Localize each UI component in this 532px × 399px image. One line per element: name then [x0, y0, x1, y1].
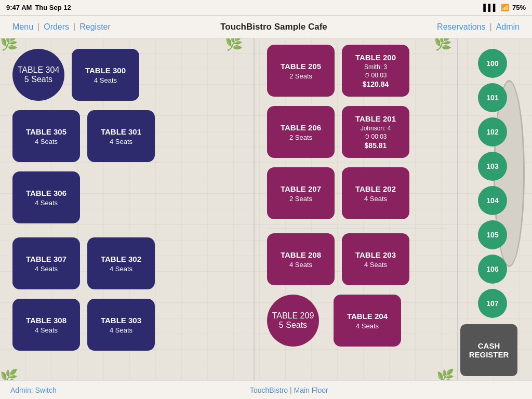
left-row-5: TABLE 308 4 Seats TABLE 303 4 Seats — [8, 299, 245, 351]
plant-rt: 🌿 — [434, 38, 452, 51]
table-305[interactable]: TABLE 305 4 Seats — [12, 110, 80, 162]
right-row-3: TABLE 207 2 Seats TABLE 202 4 Seats — [263, 167, 449, 219]
right-row-2: TABLE 206 2 Seats TABLE 201 Johnson: 4 0… — [263, 106, 449, 158]
right-row-5: TABLE 209 5 Seats TABLE 204 4 Seats — [263, 295, 449, 347]
nav-right: Reservations | Admin — [433, 22, 524, 32]
left-section: 🌿 🌿 TABLE 304 5 Seats TABLE 300 4 Seats … — [0, 38, 255, 380]
table-204[interactable]: TABLE 204 4 Seats — [334, 295, 401, 347]
table-201[interactable]: TABLE 201 Johnson: 4 00:03 $85.81 — [342, 106, 409, 158]
plant-tl: 🌿 — [0, 38, 18, 51]
floor-label: TouchBistro | Main Floor — [250, 386, 328, 394]
stool-101[interactable]: 101 — [478, 83, 507, 112]
wifi-icon: 📶 — [501, 4, 509, 11]
left-row-3: TABLE 306 4 Seats — [8, 171, 245, 223]
menu-link[interactable]: Menu — [8, 22, 37, 32]
table-200[interactable]: TABLE 200 Smith: 3 00:03 $120.84 — [342, 45, 409, 97]
table-307[interactable]: TABLE 307 4 Seats — [12, 237, 80, 289]
bottom-bar: Admin: Switch TouchBistro | Main Floor — [0, 380, 532, 399]
admin-switch[interactable]: Admin: Switch — [10, 386, 57, 394]
stool-105[interactable]: 105 — [478, 220, 507, 249]
time: 9:47 AM — [6, 4, 32, 11]
clock-icon-200 — [364, 72, 370, 79]
table-304[interactable]: TABLE 304 5 Seats — [12, 49, 64, 101]
right-section: 🌿 TABLE 205 2 Seats TABLE 200 Smith: 3 0… — [255, 38, 457, 380]
status-bar: 9:47 AM Thu Sep 12 ▌▌▌ 📶 75% — [0, 0, 532, 16]
table-308[interactable]: TABLE 308 4 Seats — [12, 299, 80, 351]
register-link[interactable]: Register — [75, 22, 115, 32]
table-301[interactable]: TABLE 301 4 Seats — [87, 110, 155, 162]
date: Thu Sep 12 — [35, 4, 71, 11]
table-302[interactable]: TABLE 302 4 Seats — [87, 237, 155, 289]
bar-stools: 100 101 102 103 104 105 106 107 — [478, 43, 507, 320]
timer-200: 00:03 — [371, 72, 387, 79]
table-300[interactable]: TABLE 300 4 Seats — [72, 49, 139, 101]
cash-register-wrapper: CASHREGISTER — [460, 324, 517, 376]
table-202[interactable]: TABLE 202 4 Seats — [342, 167, 409, 219]
right-row-4: TABLE 208 4 Seats TABLE 203 4 Seats — [263, 233, 449, 285]
stool-100[interactable]: 100 — [478, 49, 507, 78]
table-206[interactable]: TABLE 206 2 Seats — [267, 106, 335, 158]
stool-103[interactable]: 103 — [478, 152, 507, 181]
battery: 75% — [512, 4, 526, 11]
table-203[interactable]: TABLE 203 4 Seats — [342, 233, 409, 285]
stool-104[interactable]: 104 — [478, 186, 507, 215]
table-303[interactable]: TABLE 303 4 Seats — [87, 299, 155, 351]
plant-bl: 🌿 — [0, 368, 18, 380]
table-306[interactable]: TABLE 306 4 Seats — [12, 171, 80, 223]
left-row-4: TABLE 307 4 Seats TABLE 302 4 Seats — [8, 237, 245, 289]
clock-icon-201 — [364, 133, 370, 140]
status-left: 9:47 AM Thu Sep 12 — [6, 4, 71, 11]
nav-left: Menu | Orders | Register — [8, 22, 115, 32]
table-208[interactable]: TABLE 208 4 Seats — [267, 233, 335, 285]
admin-link[interactable]: Admin — [492, 22, 524, 32]
stool-102[interactable]: 102 — [478, 117, 507, 147]
main-content: 🌿 🌿 TABLE 304 5 Seats TABLE 300 4 Seats … — [0, 38, 532, 380]
table-209[interactable]: TABLE 209 5 Seats — [267, 295, 319, 347]
orders-link[interactable]: Orders — [39, 22, 73, 32]
signal-icon: ▌▌▌ — [483, 4, 498, 11]
nav-title: TouchBistro Sample Cafe — [220, 22, 327, 32]
reservations-link[interactable]: Reservations — [433, 22, 489, 32]
table-205[interactable]: TABLE 205 2 Seats — [267, 45, 335, 97]
cash-register[interactable]: CASHREGISTER — [460, 324, 517, 376]
left-row-2: TABLE 305 4 Seats TABLE 301 4 Seats — [8, 110, 245, 162]
cash-register-label: CASHREGISTER — [469, 341, 509, 359]
left-row-1: TABLE 304 5 Seats TABLE 300 4 Seats — [8, 45, 245, 101]
stool-107[interactable]: 107 — [478, 289, 507, 318]
nav-bar: Menu | Orders | Register TouchBistro Sam… — [0, 16, 532, 38]
plant-br: 🌿 — [436, 368, 455, 380]
table-207[interactable]: TABLE 207 2 Seats — [267, 167, 335, 219]
stool-106[interactable]: 106 — [478, 255, 507, 284]
plant-tr: 🌿 — [225, 38, 243, 51]
timer-201: 00:03 — [371, 133, 387, 140]
content-wrapper: 🌿 🌿 TABLE 304 5 Seats TABLE 300 4 Seats … — [0, 38, 527, 380]
bar-section: 100 101 102 103 104 105 106 107 CASHREGI… — [457, 38, 527, 380]
right-row-1: TABLE 205 2 Seats TABLE 200 Smith: 3 00:… — [263, 45, 449, 97]
status-right: ▌▌▌ 📶 75% — [483, 4, 526, 11]
